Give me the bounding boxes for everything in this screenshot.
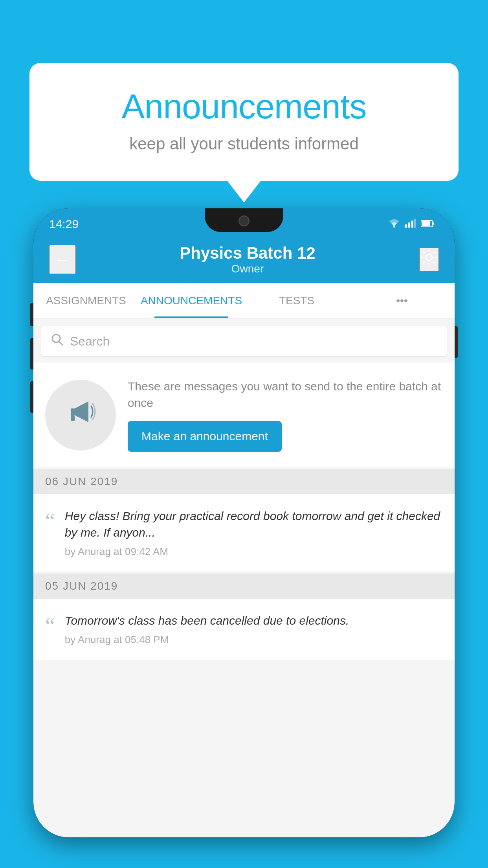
svg-rect-2: [408, 223, 410, 228]
svg-line-10: [59, 342, 63, 345]
promo-description: These are messages you want to send to t…: [128, 378, 443, 411]
svg-rect-1: [405, 224, 407, 228]
settings-button[interactable]: [419, 248, 439, 271]
svg-rect-3: [411, 221, 413, 228]
megaphone-icon: [63, 394, 98, 436]
date-separator-2: 05 JUN 2019: [33, 574, 455, 599]
phone-notch: [205, 208, 283, 232]
search-placeholder: Search: [70, 334, 110, 349]
search-bar[interactable]: Search: [41, 326, 447, 356]
speech-bubble: Announcements keep all your students inf…: [29, 63, 459, 181]
speech-bubble-container: Announcements keep all your students inf…: [29, 63, 459, 181]
speech-bubble-title: Announcements: [61, 86, 427, 127]
tab-announcements[interactable]: ANNOUNCEMENTS: [139, 283, 244, 318]
svg-rect-11: [71, 415, 75, 421]
quote-icon-1: “: [45, 510, 55, 532]
promo-text-area: These are messages you want to send to t…: [128, 378, 443, 452]
announcement-item-2[interactable]: “ Tomorrow's class has been cancelled du…: [33, 599, 455, 660]
camera: [238, 215, 250, 226]
phone-frame: 14:29: [33, 208, 455, 837]
announcement-meta-2: by Anurag at 05:48 PM: [65, 634, 443, 646]
phone-container: 14:29: [33, 208, 455, 868]
volume-down-button: [30, 338, 33, 370]
tabs-container: ASSIGNMENTS ANNOUNCEMENTS TESTS •••: [33, 283, 455, 318]
signal-icon: [405, 218, 416, 230]
speech-bubble-subtitle: keep all your students informed: [61, 134, 427, 153]
user-role: Owner: [76, 263, 419, 275]
quote-icon-2: “: [45, 614, 55, 636]
announcement-text-1: Hey class! Bring your practical record b…: [65, 508, 443, 558]
announcement-message-1: Hey class! Bring your practical record b…: [65, 508, 443, 541]
tab-more[interactable]: •••: [349, 283, 455, 318]
make-announcement-button[interactable]: Make an announcement: [128, 421, 282, 452]
svg-rect-7: [433, 223, 434, 225]
announcement-meta-1: by Anurag at 09:42 AM: [65, 546, 443, 558]
power-button: [455, 326, 458, 358]
silent-button: [30, 381, 33, 413]
status-time: 14:29: [49, 217, 79, 231]
svg-point-8: [426, 254, 432, 261]
svg-point-0: [393, 226, 395, 228]
svg-point-9: [52, 335, 60, 342]
tab-assignments[interactable]: ASSIGNMENTS: [33, 283, 139, 318]
battery-icon: [421, 218, 435, 230]
date-separator-1: 06 JUN 2019: [33, 469, 455, 494]
announcement-text-2: Tomorrow's class has been cancelled due …: [65, 612, 443, 646]
wifi-icon: [388, 218, 400, 230]
announcement-message-2: Tomorrow's class has been cancelled due …: [65, 612, 443, 629]
svg-rect-6: [422, 221, 430, 226]
batch-title: Physics Batch 12: [76, 244, 419, 263]
tab-tests[interactable]: TESTS: [244, 283, 349, 318]
volume-up-button: [30, 303, 33, 326]
app-bar: ← Physics Batch 12 Owner: [33, 236, 455, 283]
promo-card: These are messages you want to send to t…: [33, 362, 455, 467]
megaphone-circle: [45, 380, 116, 451]
app-bar-center: Physics Batch 12 Owner: [76, 244, 419, 275]
announcement-item-1[interactable]: “ Hey class! Bring your practical record…: [33, 494, 455, 572]
svg-rect-4: [414, 219, 416, 228]
back-button[interactable]: ←: [49, 245, 76, 274]
status-icons: [388, 218, 435, 230]
search-icon: [51, 333, 64, 349]
phone-content: Search: [33, 318, 455, 837]
